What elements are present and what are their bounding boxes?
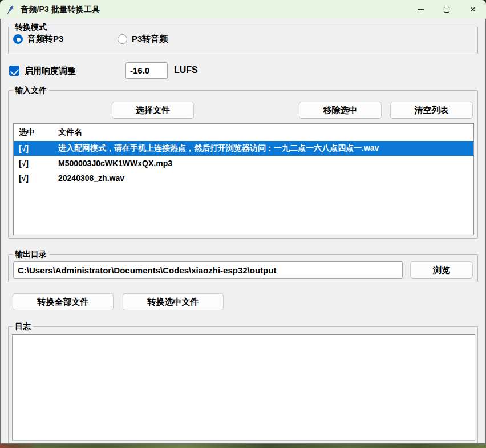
loudness-checkbox-label: 启用响度调整 [25,66,76,76]
maximize-button[interactable] [434,0,460,19]
output-directory-group: 输出目录 浏览 [8,254,478,282]
tk-feather-icon [6,5,15,14]
loudness-value-input[interactable] [125,62,168,79]
minimize-button[interactable] [407,0,434,19]
radio-p3-to-audio-label: P3转音频 [132,34,168,45]
desktop-background-strip [0,444,486,448]
table-row[interactable]: [√] 20240308_zh.wav [14,171,473,185]
clear-list-button[interactable]: 清空列表 [390,102,473,119]
row-checked-cell: [√] [14,159,58,168]
table-row[interactable]: [√] M500003J0cWK1WWxQX.mp3 [14,156,473,171]
browse-button[interactable]: 浏览 [410,261,473,279]
minimize-icon [418,9,424,10]
radio-unselected-icon [118,34,127,44]
conversion-mode-group: 转换模式 音频转P3 P3转音频 [8,27,478,54]
maximize-icon [444,7,449,13]
row-filename-cell: 进入配网模式，请在手机上连接热点，然后打开浏览器访问：一九二点一六八点四点一.w… [58,143,473,154]
input-files-group-label: 输入文件 [13,85,49,95]
table-row[interactable]: [√] 进入配网模式，请在手机上连接热点，然后打开浏览器访问：一九二点一六八点四… [14,141,473,156]
column-header-filename[interactable]: 文件名 [58,127,473,138]
output-directory-group-label: 输出目录 [13,249,49,259]
file-list-table: 选中 文件名 [√] 进入配网模式，请在手机上连接热点，然后打开浏览器访问：一九… [13,123,474,235]
loudness-row: 启用响度调整 [9,63,76,79]
window-title: 音频/P3 批量转换工具 [21,5,100,15]
log-group: 日志 [8,326,478,443]
title-bar: 音频/P3 批量转换工具 ✕ [0,0,486,19]
row-filename-cell: M500003J0cWK1WWxQX.mp3 [58,159,473,168]
log-group-label: 日志 [13,321,33,332]
radio-audio-to-p3[interactable]: 音频转P3 [13,34,63,45]
app-window: 音频/P3 批量转换工具 ✕ 转换模式 音频转P3 P3转音频 启用响度调整 [0,0,486,444]
column-header-checked[interactable]: 选中 [14,127,58,138]
radio-p3-to-audio[interactable]: P3转音频 [118,34,168,45]
convert-selected-button[interactable]: 转换选中文件 [123,293,224,310]
row-checked-cell: [√] [14,144,58,153]
select-files-button[interactable]: 选择文件 [112,102,194,119]
radio-selected-icon [13,34,23,44]
radio-audio-to-p3-label: 音频转P3 [27,34,63,45]
close-icon: ✕ [470,6,476,13]
output-path-input[interactable] [13,261,403,279]
close-button[interactable]: ✕ [460,0,486,19]
window-controls: ✕ [407,0,486,19]
loudness-checkbox[interactable] [9,66,19,76]
conversion-mode-group-label: 转换模式 [13,22,49,32]
table-header-row: 选中 文件名 [14,124,473,141]
convert-all-button[interactable]: 转换全部文件 [13,293,114,310]
log-textarea[interactable] [12,334,475,441]
input-files-group: 输入文件 选择文件 移除选中 清空列表 选中 文件名 [√] 进入配网模式，请在… [8,90,478,239]
row-checked-cell: [√] [14,173,58,183]
remove-selected-button[interactable]: 移除选中 [299,102,382,119]
row-filename-cell: 20240308_zh.wav [58,173,473,183]
lufs-unit-label: LUFS [174,65,198,75]
